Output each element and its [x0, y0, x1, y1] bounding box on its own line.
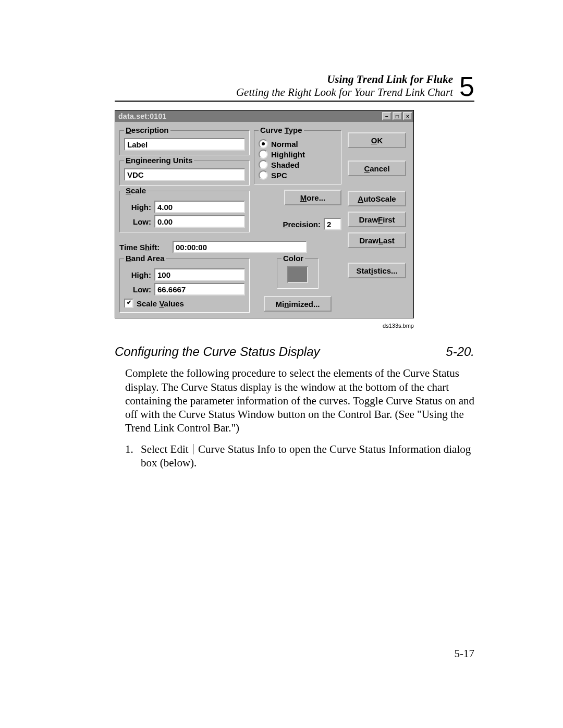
- description-input[interactable]: Label: [124, 138, 245, 151]
- scale-high-label: High:: [124, 203, 151, 212]
- minimized-button[interactable]: Minimized...: [264, 296, 332, 312]
- list-item-1: 1. Select Edit Curve Status Info to open…: [115, 442, 474, 470]
- precision-input[interactable]: 2: [324, 218, 341, 230]
- figure-caption: ds133s.bmp: [115, 323, 415, 329]
- radio-spc[interactable]: SPC: [259, 170, 337, 180]
- scale-high-input[interactable]: 4.00: [154, 201, 245, 213]
- page-header: Using Trend Link for Fluke Getting the R…: [115, 73, 474, 102]
- group-scale-legend: Scale: [124, 186, 148, 195]
- scale-low-label: Low:: [124, 217, 151, 226]
- dialog-screenshot: data.set:0101 − □ × Description Label: [115, 110, 474, 318]
- radio-icon: [259, 160, 268, 169]
- radio-icon: [259, 139, 268, 149]
- group-eng-units-legend: Engineering Units: [124, 156, 194, 165]
- radio-shaded[interactable]: Shaded: [259, 160, 337, 169]
- group-color-legend: Color: [282, 254, 305, 263]
- band-high-input[interactable]: 100: [154, 268, 245, 281]
- draw-last-button[interactable]: Draw Last: [348, 232, 406, 248]
- list-num: 1.: [125, 442, 141, 470]
- section-number: 5-20.: [446, 344, 474, 359]
- ok-button[interactable]: OK: [348, 132, 406, 148]
- menu-separator-icon: [193, 444, 194, 454]
- group-description: Description Label: [119, 130, 250, 155]
- group-curve-type-legend: Curve Type: [259, 126, 304, 134]
- scale-values-checkbox[interactable]: ✔ Scale Values: [124, 299, 245, 308]
- group-band-area-legend: Band Area: [124, 254, 166, 263]
- statistics-button[interactable]: Statistics...: [348, 263, 406, 278]
- header-title: Using Trend Link for Fluke: [236, 73, 453, 86]
- band-low-label: Low:: [124, 285, 151, 294]
- draw-first-button[interactable]: Draw First: [348, 212, 406, 227]
- group-color: Color: [277, 258, 319, 289]
- radio-icon: [259, 150, 268, 159]
- maximize-icon[interactable]: □: [393, 112, 402, 120]
- chapter-number: 5: [459, 73, 474, 100]
- minimize-icon[interactable]: −: [382, 112, 391, 120]
- dialog-title: data.set:0101: [118, 112, 167, 120]
- group-scale: Scale High: 4.00 Low: 0.00: [119, 191, 250, 232]
- list-text: Select Edit Curve Status Info to open th…: [141, 442, 474, 470]
- band-low-input[interactable]: 66.6667: [154, 283, 245, 295]
- page-number: 5-17: [455, 647, 475, 660]
- header-subtitle: Getting the Right Look for Your Trend Li…: [236, 86, 453, 99]
- header-texts: Using Trend Link for Fluke Getting the R…: [236, 73, 453, 99]
- group-description-legend: Description: [124, 126, 170, 134]
- group-curve-type: Curve Type Normal Highlight Shaded SPC: [254, 130, 341, 184]
- engineering-units-input[interactable]: VDC: [124, 168, 245, 181]
- group-band-area: Band Area High: 100 Low: 66.6667 ✔ Scale…: [119, 258, 250, 313]
- more-button[interactable]: More...: [284, 190, 341, 205]
- radio-icon: [259, 170, 268, 180]
- dialog-window: data.set:0101 − □ × Description Label: [115, 110, 414, 318]
- radio-highlight[interactable]: Highlight: [259, 150, 337, 159]
- scale-values-label: Scale Values: [137, 299, 184, 308]
- radio-normal[interactable]: Normal: [259, 139, 337, 149]
- precision-label: Precision:: [283, 220, 321, 229]
- autoscale-button[interactable]: AutoScale: [348, 191, 406, 206]
- section-heading-row: Configuring the Curve Status Display 5-2…: [115, 344, 474, 359]
- close-icon[interactable]: ×: [403, 112, 412, 120]
- paragraph-1: Complete the following procedure to sele…: [115, 366, 474, 435]
- scale-low-input[interactable]: 0.00: [154, 215, 245, 228]
- band-high-label: High:: [124, 270, 151, 279]
- checkbox-icon: ✔: [124, 299, 133, 308]
- time-shift-label: Time Shift:: [119, 243, 169, 252]
- cancel-button[interactable]: Cancel: [348, 161, 406, 176]
- group-engineering-units: Engineering Units VDC: [119, 161, 250, 186]
- dialog-titlebar[interactable]: data.set:0101 − □ ×: [115, 110, 413, 122]
- color-swatch[interactable]: [287, 266, 308, 283]
- section-heading: Configuring the Curve Status Display: [115, 344, 320, 359]
